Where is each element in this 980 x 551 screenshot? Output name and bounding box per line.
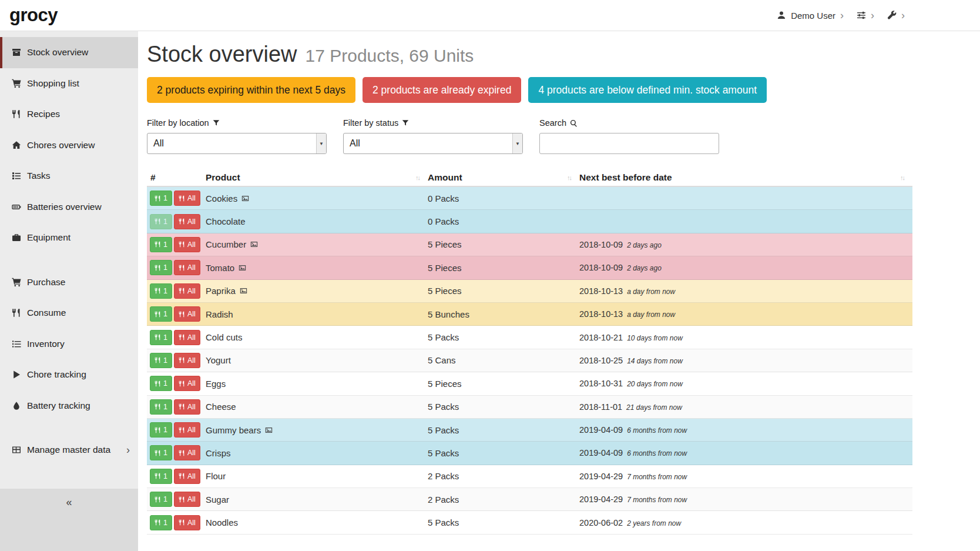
product-name[interactable]: Chocolate — [206, 216, 246, 226]
product-name[interactable]: Crisps — [206, 448, 231, 458]
consume-one-button[interactable]: 1 — [150, 353, 172, 368]
table-row: 1 All Paprika 5 Pieces 2018-10-13a day f… — [147, 280, 912, 303]
expiring-products-button[interactable]: 2 products expiring within the next 5 da… — [147, 77, 355, 103]
consume-all-button[interactable]: All — [174, 399, 200, 415]
sidebar-item-stock-overview[interactable]: Stock overview — [0, 37, 138, 68]
consume-one-button[interactable]: 1 — [150, 376, 172, 391]
location-filter-select[interactable]: All ▼ — [147, 133, 327, 154]
consume-one-button[interactable]: 1 — [150, 237, 172, 252]
consume-all-button[interactable]: All — [174, 515, 200, 530]
consume-one-button[interactable]: 1 — [150, 422, 172, 438]
search-input[interactable] — [539, 133, 719, 154]
table-header-row: # Product ↑↓ Amount ↑↓ Next best before … — [147, 169, 912, 187]
sort-icon[interactable]: ↑↓ — [900, 174, 904, 181]
consume-all-button[interactable]: All — [174, 191, 200, 206]
sidebar-item-manage-master-data[interactable]: Manage master data › — [0, 435, 138, 466]
expired-products-button[interactable]: 2 products are already expired — [363, 77, 521, 103]
sidebar-item-inventory[interactable]: Inventory — [0, 329, 138, 360]
app-logo[interactable]: grocy — [9, 5, 58, 26]
consume-one-button[interactable]: 1 — [150, 306, 172, 322]
sidebar-menu: Stock overview Shopping list Recipes Cho… — [0, 31, 138, 489]
consume-all-button[interactable]: All — [174, 445, 200, 460]
admin-menu[interactable]: › — [887, 10, 905, 21]
sidebar-item-battery-tracking[interactable]: Battery tracking — [0, 390, 138, 422]
consume-one-button[interactable]: 1 — [150, 399, 172, 415]
sidebar-item-shopping-list[interactable]: Shopping list — [0, 68, 138, 99]
consume-all-button[interactable]: All — [174, 376, 200, 391]
product-name[interactable]: Noodles — [206, 517, 238, 527]
product-name[interactable]: Flour — [206, 471, 226, 481]
product-name[interactable]: Yogurt — [206, 355, 231, 365]
utensils-icon — [155, 218, 161, 225]
consume-all-button[interactable]: All — [174, 422, 200, 438]
utensils-icon — [179, 403, 185, 410]
select-dropdown-button[interactable]: ▼ — [512, 133, 522, 153]
sidebar-collapse-button[interactable]: « — [0, 489, 138, 551]
utensils-icon — [12, 308, 21, 318]
page-subtitle: 17 Products, 69 Units — [306, 46, 474, 66]
consume-one-button[interactable]: 1 — [150, 260, 172, 275]
consume-all-button[interactable]: All — [174, 353, 200, 368]
sidebar-item-consume[interactable]: Consume — [0, 298, 138, 329]
consume-one-button[interactable]: 1 — [150, 469, 172, 484]
product-name[interactable]: Cucumber — [206, 239, 246, 249]
consume-all-button[interactable]: All — [174, 492, 200, 507]
select-dropdown-button[interactable]: ▼ — [316, 133, 326, 153]
product-image-icon[interactable] — [250, 241, 258, 248]
consume-one-button[interactable]: 1 — [150, 214, 172, 229]
product-name[interactable]: Cookies — [206, 193, 237, 203]
utensils-icon — [155, 265, 161, 271]
sidebar-item-purchase[interactable]: Purchase — [0, 267, 138, 298]
product-name[interactable]: Eggs — [206, 379, 226, 389]
sidebar-item-tasks[interactable]: Tasks — [0, 161, 138, 192]
product-name[interactable]: Tomato — [206, 263, 234, 273]
consume-all-button[interactable]: All — [174, 237, 200, 252]
consume-all-button[interactable]: All — [174, 330, 200, 345]
amount-cell: 5 Packs — [428, 402, 579, 412]
product-name[interactable]: Paprika — [206, 286, 236, 296]
product-image-icon[interactable] — [239, 264, 246, 272]
below-min-stock-button[interactable]: 4 products are below defined min. stock … — [528, 77, 767, 103]
consume-one-button[interactable]: 1 — [150, 283, 172, 299]
sidebar-item-batteries-overview[interactable]: Batteries overview — [0, 192, 138, 223]
product-name[interactable]: Cheese — [206, 402, 236, 412]
product-name[interactable]: Gummy bears — [206, 425, 261, 435]
consume-all-button[interactable]: All — [174, 306, 200, 322]
amount-cell: 5 Pieces — [428, 263, 579, 273]
product-image-icon[interactable] — [265, 426, 273, 434]
status-filter-select[interactable]: All ▼ — [343, 133, 523, 154]
consume-one-button[interactable]: 1 — [150, 191, 172, 206]
date-cell: 2018-10-092 days ago — [579, 240, 912, 249]
column-header-amount[interactable]: Amount ↑↓ — [428, 172, 579, 183]
sidebar-item-chores-overview[interactable]: Chores overview — [0, 130, 138, 161]
consume-all-button[interactable]: All — [174, 283, 200, 299]
sidebar-group-divider — [0, 253, 138, 267]
column-header-product[interactable]: Product ↑↓ — [206, 172, 428, 183]
shopping-cart-icon — [12, 278, 21, 287]
consume-one-button[interactable]: 1 — [150, 492, 172, 507]
consume-one-button[interactable]: 1 — [150, 515, 172, 530]
product-name[interactable]: Cold cuts — [206, 332, 243, 342]
utensils-icon — [155, 519, 161, 526]
product-image-icon[interactable] — [241, 195, 249, 202]
product-image-icon[interactable] — [240, 287, 247, 295]
sidebar-item-equipment[interactable]: Equipment — [0, 222, 138, 253]
consume-all-button[interactable]: All — [174, 469, 200, 484]
utensils-icon — [179, 357, 185, 363]
product-name[interactable]: Sugar — [206, 495, 229, 505]
consume-one-button[interactable]: 1 — [150, 445, 172, 460]
settings-menu[interactable]: › — [857, 10, 874, 21]
consume-all-button[interactable]: All — [174, 260, 200, 275]
date-cell: 2020-06-022 years from now — [579, 518, 912, 527]
sort-icon[interactable]: ↑↓ — [415, 174, 419, 181]
consume-one-button[interactable]: 1 — [150, 330, 172, 345]
column-header-date[interactable]: Next best before date ↑↓ — [579, 172, 912, 183]
sidebar-item-chore-tracking[interactable]: Chore tracking — [0, 359, 138, 390]
sidebar-item-recipes[interactable]: Recipes — [0, 99, 138, 130]
consume-all-button[interactable]: All — [174, 214, 200, 229]
product-name[interactable]: Radish — [206, 309, 233, 319]
user-menu[interactable]: Demo User › — [777, 10, 844, 21]
sort-icon[interactable]: ↑↓ — [567, 174, 571, 181]
amount-cell: 0 Packs — [428, 193, 579, 203]
status-filter-label: Filter by status — [343, 118, 523, 128]
